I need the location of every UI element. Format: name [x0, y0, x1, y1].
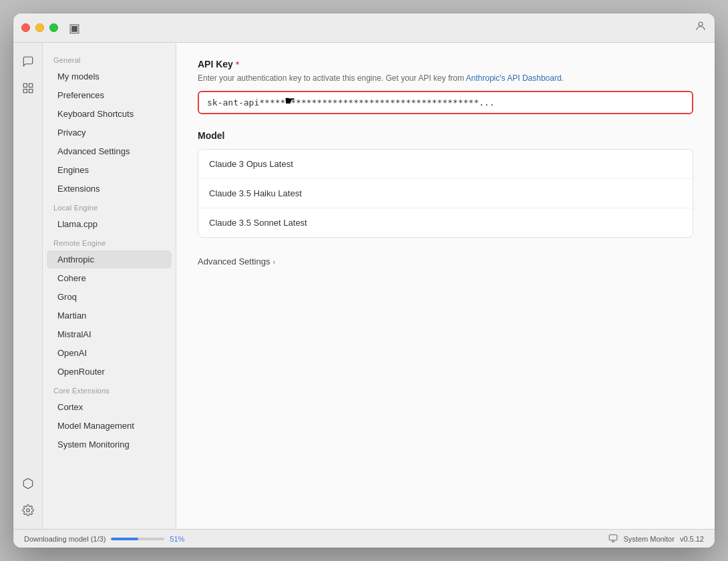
chat-icon[interactable] [17, 51, 39, 72]
api-dashboard-link[interactable]: Anthropic's API Dashboard [466, 73, 562, 83]
sidebar-item-model-management[interactable]: Model Management [47, 417, 172, 435]
sidebar-item-groq[interactable]: Groq [47, 288, 172, 306]
sidebar-item-cohere[interactable]: Cohere [47, 269, 172, 287]
sidebar-item-keyboard-shortcuts[interactable]: Keyboard Shortcuts [47, 105, 172, 123]
svg-rect-6 [610, 534, 618, 540]
maximize-button[interactable] [49, 23, 58, 32]
version-label: v0.5.12 [680, 535, 704, 543]
sidebar-item-cortex[interactable]: Cortex [47, 398, 172, 416]
core-extensions-section-label: Core Extensions [43, 381, 176, 397]
api-key-description: Enter your authentication key to activat… [198, 72, 693, 84]
app-icon: ▣ [69, 21, 80, 35]
close-button[interactable] [21, 23, 30, 32]
api-key-section: API Key * Enter your authentication key … [198, 59, 693, 114]
model-section: Model Claude 3 Opus Latest Claude 3.5 Ha… [198, 130, 693, 238]
sidebar-item-martian[interactable]: Martian [47, 307, 172, 325]
local-engine-section-label: Local Engine [43, 198, 176, 214]
svg-rect-4 [23, 89, 27, 93]
grid-icon[interactable] [17, 77, 39, 99]
profile-icon[interactable] [695, 20, 707, 35]
general-section-label: General [43, 51, 176, 67]
svg-rect-3 [29, 89, 32, 93]
sidebar-item-preferences[interactable]: Preferences [47, 86, 172, 104]
statusbar: Downloading model (1/3) 51% System Monit… [13, 529, 715, 548]
sidebar-item-anthropic[interactable]: Anthropic [47, 250, 172, 268]
sidebar-item-engines[interactable]: Engines [47, 161, 172, 179]
icon-rail [13, 43, 43, 529]
required-indicator: * [236, 59, 239, 69]
main-content: General My models Preferences Keyboard S… [13, 43, 715, 529]
progress-percent: 51% [170, 535, 184, 543]
sidebar-item-privacy[interactable]: Privacy [47, 124, 172, 142]
chevron-right-icon: › [272, 258, 275, 266]
advanced-settings-label: Advanced Settings [198, 256, 270, 266]
sidebar-item-mistralai[interactable]: MistralAI [47, 325, 172, 343]
svg-rect-1 [23, 83, 27, 87]
download-label: Downloading model (1/3) [24, 535, 106, 543]
traffic-lights [21, 23, 58, 32]
icon-rail-bottom [17, 473, 39, 521]
settings-icon[interactable] [17, 500, 39, 521]
api-key-input[interactable] [198, 91, 693, 114]
svg-point-0 [699, 22, 703, 26]
app-window: ▣ [13, 13, 715, 548]
box-icon[interactable] [17, 473, 39, 494]
sidebar-item-openrouter[interactable]: OpenRouter [47, 363, 172, 381]
sidebar-item-llama-cpp[interactable]: Llama.cpp [47, 215, 172, 233]
progress-bar [111, 538, 164, 540]
model-item-claude-3-5-sonnet[interactable]: Claude 3.5 Sonnet Latest [198, 208, 693, 237]
remote-engine-section-label: Remote Engine [43, 234, 176, 250]
progress-bar-fill [111, 538, 138, 540]
sidebar-item-extensions[interactable]: Extensions [47, 180, 172, 198]
content-area: API Key * Enter your authentication key … [176, 43, 715, 529]
sidebar-item-openai[interactable]: OpenAI [47, 344, 172, 362]
model-item-claude-3-5-haiku[interactable]: Claude 3.5 Haiku Latest [198, 179, 693, 208]
api-key-input-wrapper: ☛ [198, 91, 693, 114]
sidebar: General My models Preferences Keyboard S… [43, 43, 176, 529]
titlebar: ▣ [13, 13, 715, 43]
sidebar-item-advanced-settings[interactable]: Advanced Settings [47, 142, 172, 160]
download-status: Downloading model (1/3) 51% [24, 535, 184, 543]
model-list: Claude 3 Opus Latest Claude 3.5 Haiku La… [198, 149, 693, 238]
monitor-label[interactable]: System Monitor [623, 535, 674, 543]
model-item-claude-3-opus[interactable]: Claude 3 Opus Latest [198, 150, 693, 179]
monitor-icon [608, 534, 618, 544]
advanced-settings-button[interactable]: Advanced Settings › [198, 254, 275, 269]
sidebar-item-my-models[interactable]: My models [47, 67, 172, 85]
minimize-button[interactable] [35, 23, 44, 32]
svg-point-5 [26, 509, 29, 512]
api-key-label: API Key * [198, 59, 693, 69]
statusbar-right: System Monitor v0.5.12 [608, 534, 704, 544]
sidebar-item-system-monitoring[interactable]: System Monitoring [47, 435, 172, 453]
model-section-title: Model [198, 130, 693, 141]
svg-rect-2 [29, 83, 32, 87]
